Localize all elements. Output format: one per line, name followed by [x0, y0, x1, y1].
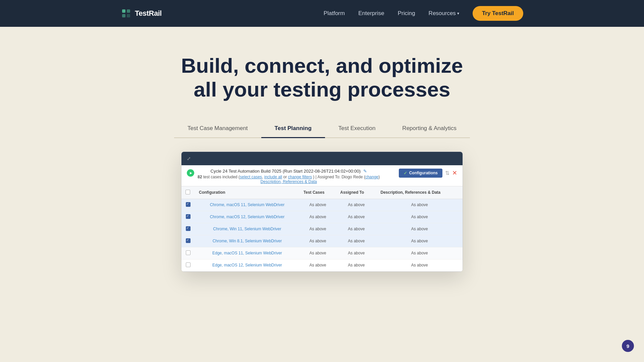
table-title-right: ✓ Configurations ⇅ ✕	[399, 169, 457, 178]
row-desc: As above	[377, 199, 463, 211]
tab-test-planning[interactable]: Test Planning	[261, 122, 325, 138]
row-assigned-to: As above	[336, 259, 376, 271]
sort-icon[interactable]: ⇅	[445, 170, 449, 176]
row-checkbox-cell[interactable]	[181, 259, 195, 271]
row-checkbox[interactable]	[186, 262, 191, 267]
row-desc: As above	[377, 235, 463, 247]
row-checkbox[interactable]	[186, 226, 191, 231]
change-filters-link[interactable]: change filters	[288, 175, 312, 179]
change-assignment-link[interactable]: change	[365, 175, 378, 179]
row-assigned-to: As above	[336, 211, 376, 223]
feature-tabs: Test Case Management Test Planning Test …	[174, 122, 470, 138]
col-configuration: Configuration	[195, 186, 300, 199]
expand-icon[interactable]: ⤢	[187, 156, 191, 161]
table-title-text: Cycle 24 Test Automation Build 7025 (Run…	[198, 169, 380, 174]
select-cases-link[interactable]: select cases	[240, 175, 262, 179]
table-row: Chrome, macOS 11, Selenium WebDriver As …	[181, 199, 463, 211]
nav-link-enterprise[interactable]: Enterprise	[358, 10, 384, 17]
notification-badge[interactable]: 9	[622, 340, 634, 352]
config-link[interactable]: Chrome, Win 8.1, Selenium WebDriver	[213, 239, 282, 243]
row-checkbox-cell[interactable]	[181, 235, 195, 247]
svg-rect-3	[127, 14, 130, 17]
row-config: Edge, macOS 12, Selenium WebDriver	[195, 259, 300, 271]
row-config: Chrome, macOS 12, Selenium WebDriver	[195, 211, 300, 223]
logo[interactable]: TestRail	[121, 8, 162, 19]
row-checkbox[interactable]	[186, 214, 191, 219]
table-row: Chrome, Win 8.1, Selenium WebDriver As a…	[181, 235, 463, 247]
row-config: Edge, macOS 11, Selenium WebDriver	[195, 247, 300, 259]
table-container: Cycle 24 Test Automation Build 7025 (Run…	[181, 165, 463, 272]
table-title-bar: Cycle 24 Test Automation Build 7025 (Run…	[181, 165, 463, 186]
col-description: Description, References & Data	[377, 186, 463, 199]
row-checkbox-cell[interactable]	[181, 199, 195, 211]
row-test-cases: As above	[300, 223, 336, 235]
table-title-left: Cycle 24 Test Automation Build 7025 (Run…	[187, 169, 380, 184]
window-header: ⤢	[181, 152, 463, 165]
screenshot-container: ⤢ Cycle 24 Test Automation Build 7025 (R…	[181, 152, 463, 272]
svg-rect-0	[122, 9, 125, 13]
include-all-link[interactable]: include all	[264, 175, 282, 179]
row-assigned-to: As above	[336, 223, 376, 235]
play-icon[interactable]	[187, 169, 194, 177]
svg-rect-2	[122, 14, 125, 17]
tab-test-execution[interactable]: Test Execution	[325, 122, 389, 138]
tab-reporting-analytics[interactable]: Reporting & Analytics	[389, 122, 470, 138]
row-config: Chrome, Win 8.1, Selenium WebDriver	[195, 235, 300, 247]
edit-icon[interactable]: ✎	[363, 169, 367, 174]
table-row: Edge, macOS 12, Selenium WebDriver As ab…	[181, 259, 463, 271]
row-checkbox-cell[interactable]	[181, 211, 195, 223]
row-test-cases: As above	[300, 259, 336, 271]
svg-rect-1	[127, 9, 130, 13]
navbar: TestRail Platform Enterprise Pricing Res…	[0, 0, 644, 27]
row-checkbox-cell[interactable]	[181, 247, 195, 259]
logo-text: TestRail	[135, 9, 162, 18]
header-checkbox[interactable]	[185, 190, 190, 194]
row-config: Chrome, Win 11, Selenium WebDriver	[195, 223, 300, 235]
row-assigned-to: As above	[336, 247, 376, 259]
config-link[interactable]: Chrome, Win 11, Selenium WebDriver	[213, 227, 281, 231]
col-test-cases: Test Cases	[300, 186, 336, 199]
row-test-cases: As above	[300, 211, 336, 223]
col-assigned-to: Assigned To	[336, 186, 376, 199]
table-title-info: Cycle 24 Test Automation Build 7025 (Run…	[198, 169, 380, 184]
close-icon[interactable]: ✕	[452, 169, 457, 177]
row-checkbox[interactable]	[186, 202, 191, 207]
col-checkbox[interactable]	[181, 186, 195, 199]
try-testrail-button[interactable]: Try TestRail	[473, 6, 523, 21]
row-desc: As above	[377, 223, 463, 235]
table-row: Chrome, macOS 12, Selenium WebDriver As …	[181, 211, 463, 223]
row-checkbox-cell[interactable]	[181, 223, 195, 235]
check-icon: ✓	[404, 171, 407, 176]
row-test-cases: As above	[300, 247, 336, 259]
row-desc: As above	[377, 211, 463, 223]
desc-ref-link[interactable]: Description, References & Data	[261, 179, 317, 184]
hero-title: Build, connect, and optimize all your te…	[171, 54, 473, 102]
config-link[interactable]: Edge, macOS 12, Selenium WebDriver	[212, 263, 282, 267]
config-link[interactable]: Chrome, macOS 11, Selenium WebDriver	[210, 202, 285, 207]
row-desc: As above	[377, 247, 463, 259]
row-test-cases: As above	[300, 199, 336, 211]
logo-icon	[121, 8, 131, 19]
configurations-table: Configuration Test Cases Assigned To Des…	[181, 186, 463, 272]
table-subtitle: 82 test cases included (select cases, in…	[198, 175, 380, 184]
config-link[interactable]: Chrome, macOS 12, Selenium WebDriver	[210, 215, 285, 219]
row-assigned-to: As above	[336, 199, 376, 211]
nav-link-pricing[interactable]: Pricing	[398, 10, 415, 17]
nav-link-resources[interactable]: Resources	[429, 10, 459, 17]
table-header-row: Configuration Test Cases Assigned To Des…	[181, 186, 463, 199]
row-checkbox[interactable]	[186, 250, 191, 255]
row-desc: As above	[377, 259, 463, 271]
row-test-cases: As above	[300, 235, 336, 247]
hero-section: Build, connect, and optimize all your te…	[0, 27, 644, 285]
configurations-button[interactable]: ✓ Configurations	[399, 169, 442, 178]
table-row: Edge, macOS 11, Selenium WebDriver As ab…	[181, 247, 463, 259]
row-assigned-to: As above	[336, 235, 376, 247]
nav-links: Platform Enterprise Pricing Resources Tr…	[324, 6, 523, 21]
tab-test-case-management[interactable]: Test Case Management	[174, 122, 261, 138]
row-checkbox[interactable]	[186, 238, 191, 243]
table-row: Chrome, Win 11, Selenium WebDriver As ab…	[181, 223, 463, 235]
row-config: Chrome, macOS 11, Selenium WebDriver	[195, 199, 300, 211]
nav-link-platform[interactable]: Platform	[324, 10, 345, 17]
config-link[interactable]: Edge, macOS 11, Selenium WebDriver	[212, 251, 282, 255]
